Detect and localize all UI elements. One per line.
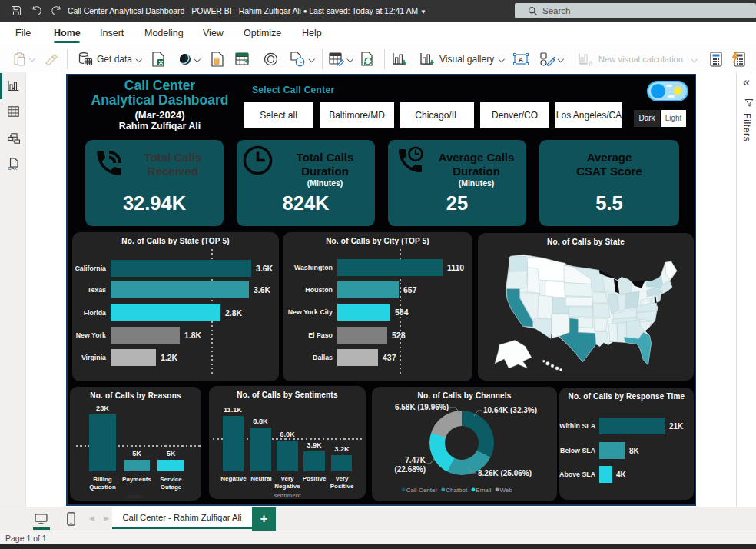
- svg-text:A: A: [519, 56, 524, 64]
- svg-text:fx: fx: [589, 60, 593, 66]
- svg-text:DAX: DAX: [8, 166, 17, 171]
